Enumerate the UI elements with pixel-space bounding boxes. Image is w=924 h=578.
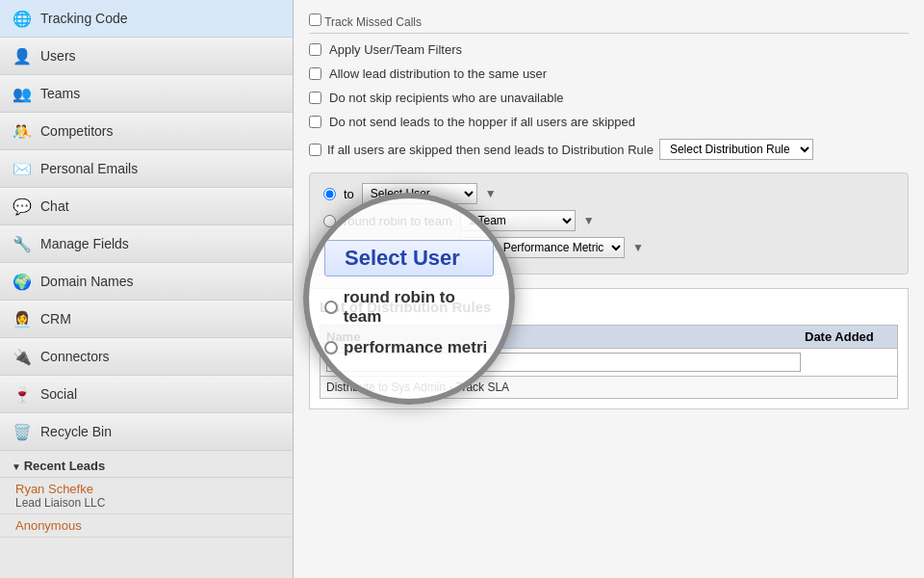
table-input-row — [320, 349, 898, 377]
select-user-dropdown[interactable]: Select User — [362, 183, 477, 204]
main-content: Track Missed Calls Apply User/Team Filte… — [294, 0, 924, 578]
search-name-input[interactable] — [326, 353, 801, 372]
select-performance-dropdown[interactable]: Select Performance Metric — [459, 237, 625, 258]
track-missed-row: Track Missed Calls — [309, 10, 909, 34]
round-robin-label: round robin to team — [344, 214, 452, 228]
competitors-icon: 🤼 — [12, 120, 33, 142]
chat-label: Chat — [40, 198, 69, 214]
domain-names-icon: 🌍 — [12, 271, 33, 292]
content-area: Track Missed Calls Apply User/Team Filte… — [294, 0, 924, 419]
recycle-bin-label: Recycle Bin — [40, 424, 112, 439]
teams-label: Teams — [40, 86, 80, 101]
teams-icon: 👥 — [12, 83, 33, 104]
track-missed-checkbox[interactable] — [309, 13, 321, 26]
chat-icon: 💬 — [12, 196, 33, 217]
recycle-bin-icon: 🗑️ — [12, 421, 33, 442]
apply-filters-checkbox[interactable] — [309, 43, 321, 56]
track-missed-label: Track Missed Calls — [324, 15, 422, 29]
dont-skip-row: Do not skip recipients who are unavailab… — [309, 86, 909, 110]
if-all-label: If all users are skipped then send leads… — [327, 143, 654, 157]
sidebar-item-tracking-code[interactable]: 🌐 Tracking Code — [0, 0, 293, 38]
radio-performance[interactable] — [323, 242, 336, 254]
sidebar-item-teams[interactable]: 👥 Teams — [0, 75, 293, 113]
sidebar-item-competitors[interactable]: 🤼 Competitors — [0, 113, 293, 150]
users-icon: 👤 — [12, 45, 33, 66]
table-row: Distribute to Sys Admin - Track SLA — [320, 377, 898, 399]
date-spacer — [805, 353, 891, 372]
table-header: Name Date Added — [320, 325, 898, 349]
row-name: Distribute to Sys Admin - Track SLA — [326, 381, 805, 394]
personal-emails-icon: ✉️ — [12, 158, 33, 179]
connectors-label: Connectors — [40, 349, 110, 364]
sidebar: 🌐 Tracking Code 👤 Users 👥 Teams 🤼 Compet… — [0, 0, 294, 578]
sidebar-item-manage-fields[interactable]: 🔧 Manage Fields — [0, 225, 293, 263]
if-all-row: If all users are skipped then send leads… — [309, 134, 909, 165]
if-all-checkbox[interactable] — [309, 144, 321, 156]
recent-lead-item: Anonymous — [0, 514, 293, 538]
manage-fields-label: Manage Fields — [40, 236, 129, 251]
radio-row-performance: performance metric Select Performance Me… — [323, 237, 894, 258]
dont-send-hopper-checkbox[interactable] — [309, 116, 321, 128]
dont-skip-checkbox[interactable] — [309, 92, 321, 104]
allow-same-user-row: Allow lead distribution to the same user — [309, 62, 909, 86]
recent-lead-name[interactable]: Anonymous — [15, 518, 277, 533]
social-icon: 🍷 — [12, 383, 33, 405]
sidebar-item-domain-names[interactable]: 🌍 Domain Names — [0, 263, 293, 301]
tracking-code-label: Tracking Code — [40, 11, 128, 26]
radio-section: to Select User ▼ round robin to team 1 T… — [309, 172, 909, 275]
col-name-header: Name — [326, 329, 805, 344]
allow-same-user-checkbox[interactable] — [309, 67, 321, 80]
dont-send-hopper-label: Do not send leads to the hopper if all u… — [329, 115, 635, 129]
radio-row-round-robin: round robin to team 1 Team ▼ — [323, 210, 894, 231]
social-label: Social — [40, 386, 77, 402]
manage-fields-icon: 🔧 — [12, 233, 33, 254]
row-date — [805, 381, 891, 394]
radio-round-robin[interactable] — [323, 215, 336, 227]
list-section: List of Distribution Rules Name Date Add… — [309, 288, 909, 409]
dont-send-hopper-row: Do not send leads to the hopper if all u… — [309, 110, 909, 134]
recent-lead-company: Lead Liaison LLC — [15, 496, 277, 510]
competitors-label: Competitors — [40, 123, 113, 139]
sidebar-item-personal-emails[interactable]: ✉️ Personal Emails — [0, 150, 293, 188]
list-title: List of Distribution Rules — [320, 299, 898, 315]
col-date-header: Date Added — [805, 329, 891, 344]
performance-dropdown-arrow: ▼ — [632, 241, 644, 254]
team-dropdown-arrow: ▼ — [583, 214, 595, 227]
sidebar-item-connectors[interactable]: 🔌 Connectors — [0, 338, 293, 376]
users-label: Users — [40, 48, 76, 64]
connectors-icon: 🔌 — [12, 346, 33, 367]
tracking-code-icon: 🌐 — [12, 8, 33, 29]
sidebar-item-chat[interactable]: 💬 Chat — [0, 188, 293, 225]
performance-label: performance metric — [344, 241, 451, 255]
sidebar-item-recycle-bin[interactable]: 🗑️ Recycle Bin — [0, 413, 293, 451]
domain-names-label: Domain Names — [40, 274, 133, 289]
radio-to-label: to — [344, 187, 354, 201]
dropdown-arrow: ▼ — [485, 187, 497, 200]
sidebar-item-crm[interactable]: 👩‍💼 CRM — [0, 301, 293, 338]
radio-row-select-user: to Select User ▼ — [323, 183, 894, 204]
crm-label: CRM — [40, 311, 71, 327]
sidebar-item-social[interactable]: 🍷 Social — [0, 376, 293, 413]
radio-select-user[interactable] — [323, 188, 336, 200]
crm-icon: 👩‍💼 — [12, 308, 33, 329]
apply-filters-row: Apply User/Team Filters — [309, 38, 909, 62]
allow-same-user-label: Allow lead distribution to the same user — [329, 66, 547, 81]
recent-lead-item: Ryan Schefke Lead Liaison LLC — [0, 478, 293, 514]
select-team-dropdown[interactable]: 1 Team — [460, 210, 576, 231]
select-dist-rule-dropdown[interactable]: Select Distribution Rule — [659, 139, 813, 160]
personal-emails-label: Personal Emails — [40, 161, 138, 176]
apply-filters-label: Apply User/Team Filters — [329, 42, 462, 57]
dont-skip-label: Do not skip recipients who are unavailab… — [329, 91, 564, 105]
recent-leads-header[interactable]: Recent Leads — [0, 451, 293, 478]
recent-lead-name[interactable]: Ryan Schefke — [15, 482, 277, 496]
sidebar-item-users[interactable]: 👤 Users — [0, 38, 293, 75]
